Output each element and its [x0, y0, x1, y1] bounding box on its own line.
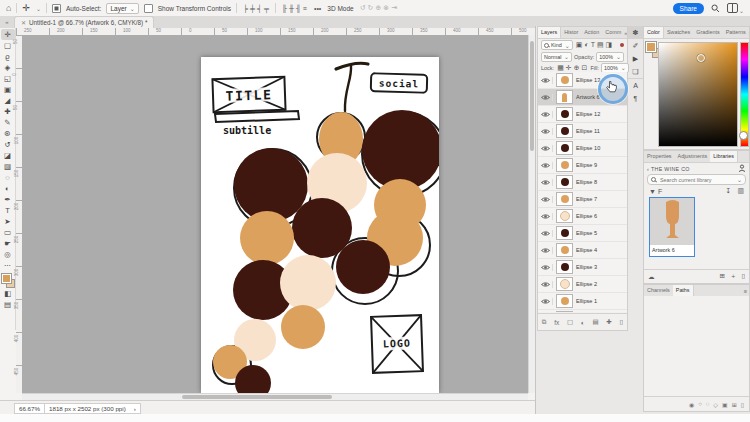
blur-tool[interactable]: ◌	[1, 172, 15, 183]
frame-tool[interactable]: ▣	[1, 84, 15, 95]
layers-footer-icon-0[interactable]: ⧉	[542, 318, 547, 326]
blend-mode-dropdown[interactable]: Normal⌄	[541, 52, 572, 62]
layer-row[interactable]: Infographic_Sketch	[538, 310, 627, 312]
distribute-icon-2[interactable]: ╢	[296, 5, 301, 12]
artboard[interactable]: TITLE subtille social LOGO	[201, 57, 439, 393]
layer-thumbnail[interactable]	[556, 192, 573, 206]
layer-thumbnail[interactable]	[556, 209, 573, 223]
lock-icon-3[interactable]: ⊡	[582, 64, 588, 71]
new-group-icon[interactable]: ⊞	[719, 272, 724, 281]
align-icon-3[interactable]: ╤	[264, 5, 269, 12]
collapsed-panel-icon-brushes[interactable]: ✐	[628, 39, 643, 52]
lock-icon-0[interactable]: ▦	[557, 64, 564, 71]
layer-visibility-icon[interactable]	[540, 111, 553, 118]
layer-visibility-icon[interactable]	[540, 94, 553, 101]
add-item-icon[interactable]: ＋	[730, 272, 737, 281]
close-tab-icon[interactable]: ✕	[21, 19, 26, 26]
collapsed-panel-icon-character[interactable]: A	[628, 78, 643, 92]
tab-swatches[interactable]: Swatches	[664, 27, 693, 38]
layer-row[interactable]: Ellipse 11	[538, 123, 627, 140]
panel-menu-icon[interactable]: ≡	[744, 288, 747, 294]
color-picker-cursor[interactable]	[697, 54, 705, 62]
canvas-viewport[interactable]: TITLE subtille social LOGO	[22, 35, 528, 393]
pen-tool[interactable]: ✒	[1, 194, 15, 205]
layer-thumbnail[interactable]	[556, 260, 573, 274]
layer-thumbnail[interactable]	[556, 175, 573, 189]
layer-row[interactable]: Ellipse 4	[538, 242, 627, 259]
invite-people-icon[interactable]	[738, 164, 746, 173]
layer-thumbnail[interactable]	[556, 226, 573, 240]
layer-row[interactable]: Ellipse 1	[538, 293, 627, 310]
layer-row[interactable]: Ellipse 12	[538, 106, 627, 123]
path-selection-tool[interactable]: ➤	[1, 216, 15, 227]
hand-tool[interactable]: ☛	[1, 238, 15, 249]
layer-row[interactable]: Ellipse 5	[538, 225, 627, 242]
tab-histor[interactable]: Histor	[561, 27, 581, 38]
transform-icon-4[interactable]: ⇥	[391, 4, 397, 11]
auto-select-checkbox[interactable]	[52, 4, 61, 13]
collapsed-panel-icon-comments[interactable]: ❏	[628, 65, 643, 78]
paths-footer-icon-4[interactable]: ▣	[722, 401, 728, 408]
layer-visibility-icon[interactable]	[540, 298, 553, 305]
opacity-field[interactable]: 100%⌄	[596, 52, 624, 62]
layer-row[interactable]: Ellipse 8	[538, 174, 627, 191]
zoom-tool[interactable]: ◎	[1, 249, 15, 260]
screen-mode-tool[interactable]: ▤	[1, 299, 15, 310]
home-icon[interactable]: ⌂	[6, 4, 11, 13]
gradient-tool[interactable]: ▨	[1, 161, 15, 172]
clone-stamp-tool[interactable]: ⊛	[1, 128, 15, 139]
layer-thumbnail[interactable]	[556, 141, 573, 155]
tab-action[interactable]: Action	[581, 27, 602, 38]
layer-visibility-icon[interactable]	[540, 162, 553, 169]
tab-adjustments[interactable]: Adjustments	[675, 151, 711, 162]
tab-properties[interactable]: Properties	[644, 151, 675, 162]
library-name[interactable]: THE WINE CO	[651, 166, 690, 172]
layer-row[interactable]: Ellipse 9	[538, 157, 627, 174]
tabs-overflow-icon[interactable]: »	[624, 30, 627, 36]
layers-footer-icon-3[interactable]: ◐	[581, 319, 585, 326]
more-options-icon[interactable]: •••	[314, 5, 321, 12]
layer-filter-icon-3[interactable]: ▤	[597, 41, 604, 48]
color-picker-field[interactable]	[658, 42, 738, 147]
layer-filter-dropdown[interactable]: Kind⌄	[541, 40, 573, 50]
library-filter-icon-1[interactable]: F	[658, 188, 662, 195]
layer-visibility-icon[interactable]	[540, 77, 553, 84]
paths-footer-icon-0[interactable]: ◉	[689, 401, 694, 408]
layer-visibility-icon[interactable]	[540, 247, 553, 254]
tab-patterns[interactable]: Patterns	[723, 27, 749, 38]
distribute-icon-0[interactable]: ╟	[282, 5, 287, 12]
collapsed-panel-icon-actions[interactable]: ▶	[628, 52, 643, 65]
layer-thumbnail[interactable]	[556, 294, 573, 308]
status-chevron-icon[interactable]: ›	[130, 405, 140, 412]
tab-paths[interactable]: Paths	[673, 285, 694, 296]
layer-visibility-icon[interactable]	[540, 145, 553, 152]
layer-filter-icon-2[interactable]: T	[591, 41, 595, 48]
show-transform-checkbox[interactable]	[144, 4, 153, 13]
layer-visibility-icon[interactable]	[540, 213, 553, 220]
align-icon-2[interactable]: ╡	[257, 5, 262, 12]
layer-filter-icon-0[interactable]: ▣	[576, 41, 583, 48]
layers-footer-icon-1[interactable]: fx	[554, 319, 559, 326]
library-search-box[interactable]: ⌄	[647, 174, 746, 185]
distribute-icon-1[interactable]: ╫	[289, 5, 294, 12]
tab-layers[interactable]: Layers	[538, 27, 561, 38]
transform-icon-0[interactable]: ↺	[360, 4, 366, 11]
layer-thumbnail[interactable]	[556, 311, 573, 312]
share-button[interactable]: Share	[673, 3, 704, 14]
library-view-icon-0[interactable]: ↧	[726, 187, 732, 195]
collapsed-panel-icon-decorative[interactable]: ✽	[628, 26, 643, 39]
object-selection-tool[interactable]: ◈	[1, 62, 15, 73]
layer-visibility-icon[interactable]	[540, 128, 553, 135]
layers-footer-icon-5[interactable]: ✚	[606, 318, 611, 326]
dodge-tool[interactable]: ◐	[1, 183, 15, 194]
move-tool-option-icon[interactable]: ✛	[22, 4, 30, 13]
color-swatches[interactable]	[1, 273, 15, 288]
tab-channels[interactable]: Channels	[644, 285, 673, 296]
tab-color[interactable]: Color	[644, 27, 664, 38]
back-icon[interactable]: ‹	[647, 166, 649, 172]
library-view-icon-1[interactable]: ▥	[737, 187, 744, 195]
layer-thumbnail[interactable]	[556, 73, 573, 87]
hue-slider-cursor[interactable]	[739, 131, 748, 140]
layer-visibility-icon[interactable]	[540, 196, 553, 203]
lock-icon-1[interactable]: ✛	[566, 64, 572, 71]
